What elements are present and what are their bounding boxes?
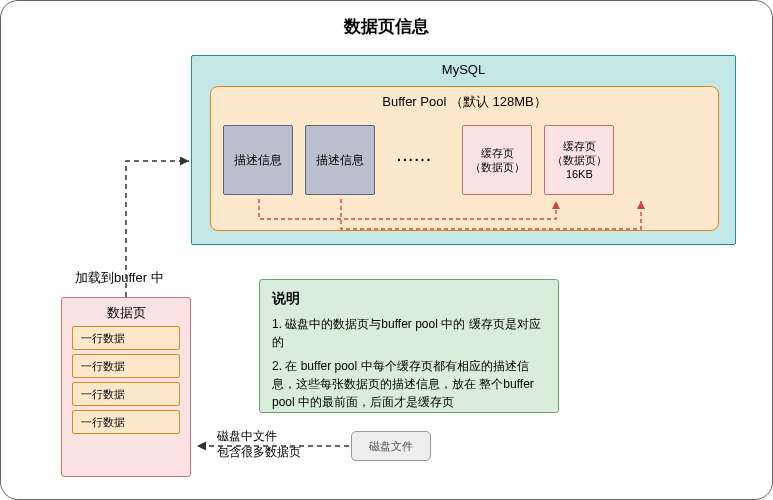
disk-label-line: 包含很多数据页: [217, 445, 301, 459]
cache-page-line: 16KB: [566, 167, 593, 181]
disk-file-box: 磁盘文件: [351, 431, 431, 461]
explanation-point: 1. 磁盘中的数据页与buffer pool 中的 缓存页是对应的: [272, 315, 546, 351]
data-page-title: 数据页: [62, 304, 190, 322]
cache-page-box: 缓存页 （数据页） 16KB: [544, 125, 614, 195]
explanation-box: 说明 1. 磁盘中的数据页与buffer pool 中的 缓存页是对应的 2. …: [259, 279, 559, 413]
disk-label: 磁盘中文件 包含很多数据页: [217, 429, 301, 460]
cache-page-line: 缓存页: [563, 139, 596, 153]
disk-label-line: 磁盘中文件: [217, 429, 277, 443]
data-row: 一行数据: [72, 410, 180, 434]
data-row: 一行数据: [72, 326, 180, 350]
diagram-title: 数据页信息: [1, 15, 772, 38]
cache-page-line: （数据页）: [470, 160, 525, 174]
ellipsis: ······: [397, 152, 432, 168]
explanation-point: 2. 在 buffer pool 中每个缓存页都有相应的描述信息，这些每张数据页…: [272, 357, 546, 411]
buffer-pool-label: Buffer Pool （默认 128MB）: [211, 93, 718, 111]
cache-page-line: （数据页）: [552, 153, 607, 167]
load-to-buffer-label: 加载到buffer 中: [75, 269, 164, 287]
mysql-label: MySQL: [192, 62, 735, 77]
desc-info-box: 描述信息: [305, 125, 375, 195]
data-page-container: 数据页 一行数据 一行数据 一行数据 一行数据: [61, 297, 191, 477]
desc-info-box: 描述信息: [223, 125, 293, 195]
buffer-pool-container: Buffer Pool （默认 128MB） 描述信息 描述信息 ······ …: [210, 86, 719, 231]
explanation-title: 说明: [272, 288, 546, 309]
data-row: 一行数据: [72, 382, 180, 406]
data-row: 一行数据: [72, 354, 180, 378]
cache-page-box: 缓存页 （数据页）: [462, 125, 532, 195]
mysql-container: MySQL Buffer Pool （默认 128MB） 描述信息 描述信息 ·…: [191, 55, 736, 245]
cache-page-line: 缓存页: [481, 146, 514, 160]
